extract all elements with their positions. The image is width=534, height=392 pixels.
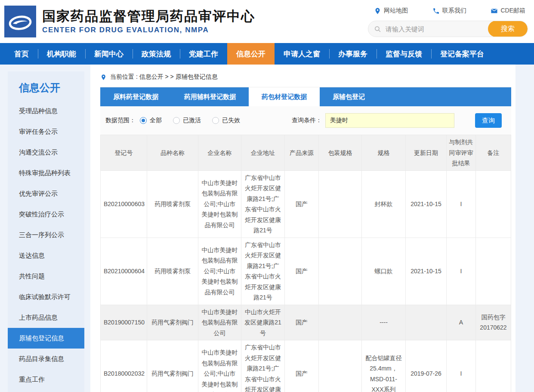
cell-company: 中山市美捷时包装制品有限公司 xyxy=(198,305,241,340)
search-icon xyxy=(374,25,381,33)
nav-item-supervision-feedback[interactable]: 监督与反馈 xyxy=(377,43,431,65)
cell-product: 药用喷雾剂泵 xyxy=(147,238,198,305)
radio-expired-label: 已失效 xyxy=(222,117,240,124)
radio-activated[interactable]: 已激活 xyxy=(173,117,201,124)
cell-pack-spec xyxy=(319,238,362,305)
sidebar-item-common-issues[interactable]: 共性问题 xyxy=(8,266,84,287)
cell-spec: 螺口款 xyxy=(362,238,406,305)
filter-bar: 数据范围： 全部 已激活 已失效 查询条件： xyxy=(100,106,511,135)
sidebar-title: 信息公开 xyxy=(8,81,84,95)
column-header-review-result: 与制剂共同审评审批结果 xyxy=(447,135,476,171)
cell-review-result: A xyxy=(447,305,476,340)
content-area: 信息公开 受理品种信息 审评任务公示 沟通交流公示 特殊审批品种列表 优先审评公… xyxy=(0,65,534,392)
radio-expired[interactable]: 已失效 xyxy=(212,117,240,124)
cell-remark xyxy=(476,238,511,305)
nav-item-home[interactable]: 首页 xyxy=(5,43,38,65)
cell-updated: 2021-10-15 xyxy=(406,170,447,238)
site-subtitle: CENTER FOR DRUG EVALUATION, NMPA xyxy=(42,26,255,34)
column-header-reg-no: 登记号 xyxy=(101,135,147,171)
nav-item-policy[interactable]: 政策法规 xyxy=(133,43,180,65)
radio-dot xyxy=(212,117,219,124)
sidebar-item-communication[interactable]: 沟通交流公示 xyxy=(8,142,84,163)
sidebar-item-three-in-one[interactable]: 三合一序列公示 xyxy=(8,225,84,245)
table-row: B20180002032 药用气雾剂阀门 中山市美捷时包装制品有限公司;中山市美… xyxy=(101,340,511,392)
sidebar-item-accepted-varieties[interactable]: 受理品种信息 xyxy=(8,101,84,121)
nav-item-registration-platform[interactable]: 登记备案平台 xyxy=(431,43,493,65)
nav-item-org-functions[interactable]: 机构职能 xyxy=(38,43,85,65)
sidebar-item-marketed-drugs[interactable]: 上市药品信息 xyxy=(8,307,84,328)
query-input[interactable] xyxy=(325,113,454,128)
sidebar-item-breakthrough-therapy[interactable]: 突破性治疗公示 xyxy=(8,204,84,225)
nav-item-party-building[interactable]: 党建工作 xyxy=(180,43,227,65)
tab-excipient-data[interactable]: 药用辅料登记数据 xyxy=(171,87,249,106)
cde-mail-link[interactable]: CDE邮箱 xyxy=(491,7,525,15)
location-pin-icon xyxy=(374,7,381,15)
sitemap-link[interactable]: 网站地图 xyxy=(374,7,408,15)
location-pin-icon xyxy=(100,74,107,80)
column-header-product: 品种名称 xyxy=(147,135,198,171)
table-header-row: 登记号 品种名称 企业名称 企业地址 产品来源 包装规格 规格 更新日期 与制剂… xyxy=(101,135,511,171)
column-header-address: 企业地址 xyxy=(241,135,285,171)
cell-spec: ---- xyxy=(362,305,406,340)
nav-item-applicant-window[interactable]: 申请人之窗 xyxy=(275,43,329,65)
cell-updated: 2021-10-15 xyxy=(406,238,447,305)
mail-icon xyxy=(491,7,498,15)
search-input[interactable] xyxy=(381,25,488,33)
table-row: B20210000604 药用喷雾剂泵 中山市美捷时包装制品有限公司;中山市美捷… xyxy=(101,238,511,305)
radio-activated-label: 已激活 xyxy=(183,117,201,124)
sidebar-item-key-work[interactable]: 重点工作 xyxy=(8,369,84,390)
nav-item-info-disclosure[interactable]: 信息公开 xyxy=(227,43,275,65)
contact-link[interactable]: 联系我们 xyxy=(432,7,466,15)
column-header-updated: 更新日期 xyxy=(406,135,447,171)
header-right: 网站地图 联系我们 CDE邮箱 搜索 xyxy=(368,6,528,37)
radio-all-label: 全部 xyxy=(150,117,162,124)
radio-all[interactable]: 全部 xyxy=(140,117,162,124)
cell-address: 广东省中山市火炬开发区健康路21号;广东省中山市火炬开发区健康路21号 xyxy=(241,340,285,392)
sidebar-item-priority-review[interactable]: 优先审评公示 xyxy=(8,183,84,204)
radio-dot xyxy=(173,117,180,124)
cde-mail-label: CDE邮箱 xyxy=(500,7,525,15)
cell-review-result: I xyxy=(447,340,476,392)
table-row: B20210000603 药用喷雾剂泵 中山市美捷时包装制品有限公司;中山市美捷… xyxy=(101,170,511,238)
cell-updated xyxy=(406,305,447,340)
sidebar-item-clinical-trial-license[interactable]: 临床试验默示许可 xyxy=(8,287,84,307)
search-button[interactable]: 搜索 xyxy=(488,21,528,37)
radio-dot xyxy=(140,117,147,124)
sidebar-item-review-tasks[interactable]: 审评任务公示 xyxy=(8,121,84,142)
site-search: 搜索 xyxy=(368,21,528,37)
cell-pack-spec xyxy=(319,170,362,238)
cell-reg-no: B20180002032 xyxy=(101,340,147,392)
column-header-spec: 规格 xyxy=(362,135,406,171)
table-row: B20190007150 药用气雾剂阀门 中山市美捷时包装制品有限公司 中山市火… xyxy=(101,305,511,340)
brand-block: 国家药品监督管理局药品审评中心 CENTER FOR DRUG EVALUATI… xyxy=(42,9,255,34)
cell-reg-no: B20190007150 xyxy=(101,305,147,340)
sidebar-item-special-approval-list[interactable]: 特殊审批品种列表 xyxy=(8,163,84,183)
cell-product: 药用喷雾剂泵 xyxy=(147,170,198,238)
cell-origin: 国产 xyxy=(285,170,319,238)
scope-label: 数据范围： xyxy=(105,117,136,124)
cell-address: 广东省中山市火炬开发区健康路21号;广东省中山市火炬开发区健康路21号 xyxy=(241,238,285,305)
cell-origin: 国产 xyxy=(285,305,319,340)
scope-radio-group: 全部 已激活 已失效 xyxy=(140,117,240,124)
cell-pack-spec xyxy=(319,340,362,392)
sidebar-item-drug-catalog[interactable]: 药品目录集信息 xyxy=(8,349,84,369)
tab-packaging-data[interactable]: 药包材登记数据 xyxy=(249,87,320,106)
breadcrumb: 当前位置 : 信息公开 > > 原辅包登记信息 xyxy=(100,73,511,81)
tab-raw-aux-pack[interactable]: 原辅包登记 xyxy=(320,87,378,106)
cell-remark xyxy=(476,340,511,392)
cell-review-result: I xyxy=(447,170,476,238)
cell-origin: 国产 xyxy=(285,238,319,305)
nav-item-services[interactable]: 办事服务 xyxy=(329,43,377,65)
nav-item-news[interactable]: 新闻中心 xyxy=(85,43,133,65)
phone-icon xyxy=(432,7,440,15)
query-button[interactable]: 查询 xyxy=(475,113,502,128)
sidebar-item-raw-aux-pack-registration[interactable]: 原辅包登记信息 xyxy=(8,328,84,349)
cell-spec: 封杯款 xyxy=(362,170,406,238)
cell-remark: 国药包字20170622 xyxy=(476,305,511,340)
tab-api-data[interactable]: 原料药登记数据 xyxy=(100,87,171,106)
cell-address: 中山市火炬开发区健康路21号 xyxy=(241,305,285,340)
sidebar: 信息公开 受理品种信息 审评任务公示 沟通交流公示 特殊审批品种列表 优先审评公… xyxy=(8,71,84,392)
sidebar-item-delivery-info[interactable]: 送达信息 xyxy=(8,245,84,266)
cell-company: 中山市美捷时包装制品有限公司;中山市美捷时包装制品有限公司 xyxy=(198,238,241,305)
cell-address: 广东省中山市火炬开发区健康路21号;广东省中山市火炬开发区健康路21号 xyxy=(241,170,285,238)
